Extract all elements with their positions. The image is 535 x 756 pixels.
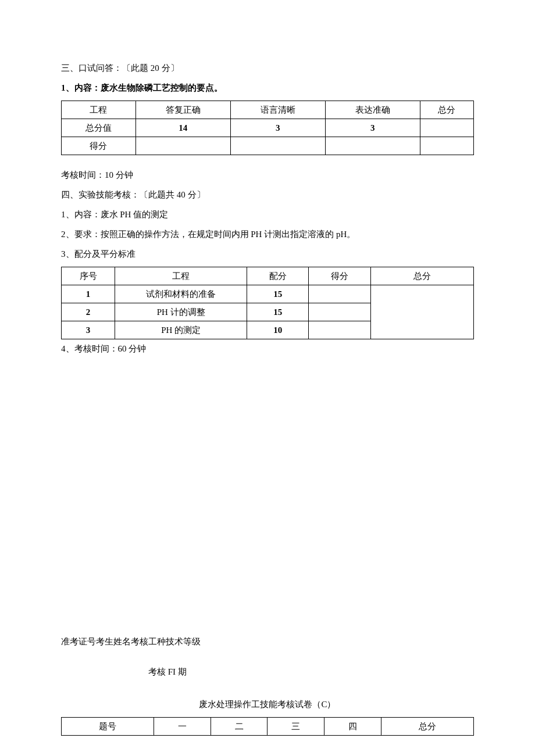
cell-alloc: 15	[247, 303, 309, 321]
th-language-clear: 语言清晰	[230, 101, 325, 119]
section3-heading: 三、口试问答：〔此题 20 分〕	[61, 61, 474, 75]
paper-c-title: 废水处理操作工技能考核试卷（C）	[61, 697, 474, 711]
section3-content-bold: 1、内容：废水生物除磷工艺控制的要点。	[61, 83, 223, 92]
candidate-info-line: 准考证号考生姓名考核工种技术等级	[61, 635, 474, 648]
cell-value: 14	[135, 119, 230, 137]
th-allocation: 配分	[247, 267, 309, 285]
cell-seq: 3	[62, 321, 115, 339]
cell-alloc: 10	[247, 321, 309, 339]
cell-value	[420, 137, 473, 155]
table-row: 总分值 14 3 3	[62, 119, 474, 137]
cell-score-label: 得分	[62, 137, 136, 155]
cell-score	[309, 285, 370, 303]
document-page: 三、口试问答：〔此题 20 分〕 1、内容：废水生物除磷工艺控制的要点。 工程 …	[0, 0, 535, 756]
oral-exam-score-table: 工程 答复正确 语言清晰 表达准确 总分 总分值 14 3 3 得分	[61, 101, 474, 155]
cell-seq: 2	[62, 303, 115, 321]
cell-project: PH 计的调整	[115, 303, 247, 321]
table-row: 1 试剂和材料的准备 15	[62, 285, 474, 303]
th-project: 工程	[115, 267, 247, 285]
table-row: 序号 工程 配分 得分 总分	[62, 267, 474, 285]
spacer	[61, 685, 474, 695]
cell-value: 3	[230, 119, 325, 137]
th-project: 工程	[62, 101, 136, 119]
section4-line1-text: 1、内容：废水 PH 值的测定	[61, 210, 168, 219]
cell-project: 试剂和材料的准备	[115, 285, 247, 303]
th-three: 三	[268, 718, 324, 736]
table-row: 工程 答复正确 语言清晰 表达准确 总分	[62, 101, 474, 119]
lab-skill-score-table: 序号 工程 配分 得分 总分 1 试剂和材料的准备 15 2 PH 计的调整 1…	[61, 267, 474, 339]
spacer	[61, 654, 474, 665]
cell-score	[309, 303, 370, 321]
th-score: 得分	[309, 267, 370, 285]
th-total: 总分	[370, 267, 473, 285]
section4-line1: 1、内容：废水 PH 值的测定	[61, 207, 474, 221]
section3-content: 1、内容：废水生物除磷工艺控制的要点。	[61, 81, 474, 95]
section4-heading: 四、实验技能考核：〔此题共 40 分〕	[61, 188, 474, 202]
cell-value: 3	[325, 119, 420, 137]
section4-line2-text: 2、要求：按照正确的操作方法，在规定时间内用 PH 计测出指定溶液的 pH。	[61, 230, 355, 239]
section3-time-text: 考核时间：10 分钟	[61, 170, 133, 180]
spacer	[61, 157, 474, 168]
cell-value	[135, 137, 230, 155]
cell-score	[309, 321, 370, 339]
section4-line3-text: 3、配分及平分标准	[61, 249, 135, 259]
cell-total-value-label: 总分值	[62, 119, 136, 137]
th-total: 总分	[381, 718, 474, 736]
th-two: 二	[211, 718, 268, 736]
cell-value	[325, 137, 420, 155]
th-question-no: 题号	[62, 718, 154, 736]
exam-date-line: 考核 FI 期	[61, 665, 474, 679]
section4-time: 4、考核时间：60 分钟	[61, 342, 474, 356]
th-total: 总分	[420, 101, 473, 119]
th-seq: 序号	[62, 267, 115, 285]
section4-line3: 3、配分及平分标准	[61, 247, 474, 261]
spacer-large	[61, 361, 474, 635]
table-row: 得分	[62, 137, 474, 155]
question-number-table: 题号 一 二 三 四 总分	[61, 717, 474, 736]
cell-alloc: 15	[247, 285, 309, 303]
th-expression-accurate: 表达准确	[325, 101, 420, 119]
cell-value	[230, 137, 325, 155]
cell-project: PH 的测定	[115, 321, 247, 339]
th-one: 一	[154, 718, 211, 736]
cell-value	[420, 119, 473, 137]
th-answer-correct: 答复正确	[135, 101, 230, 119]
th-four: 四	[324, 718, 381, 736]
cell-total-merged	[370, 285, 473, 339]
table-row: 题号 一 二 三 四 总分	[62, 718, 474, 736]
section3-time: 考核时间：10 分钟	[61, 168, 474, 182]
cell-seq: 1	[62, 285, 115, 303]
section4-line2: 2、要求：按照正确的操作方法，在规定时间内用 PH 计测出指定溶液的 pH。	[61, 227, 474, 241]
section4-time-text: 4、考核时间：60 分钟	[61, 344, 146, 353]
